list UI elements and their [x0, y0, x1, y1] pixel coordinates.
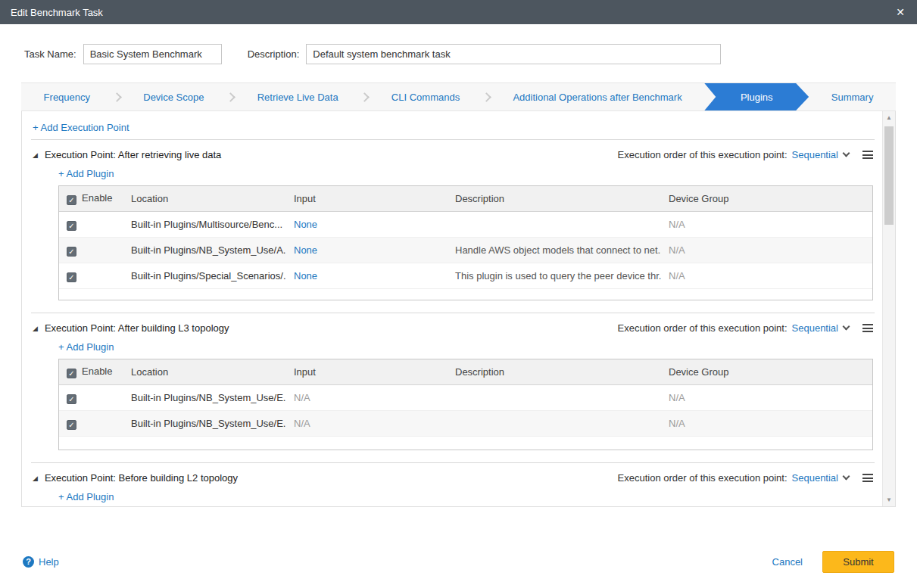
plugin-device-group: N/A	[661, 263, 872, 289]
add-plugin-link[interactable]: + Add Plugin	[58, 491, 114, 502]
plugin-device-group: N/A	[661, 411, 872, 437]
plugin-table: ✓Enable Location Input Description Devic…	[58, 185, 873, 300]
column-device-group: Device Group	[661, 186, 872, 212]
plugin-description	[448, 212, 661, 238]
submit-button[interactable]: Submit	[822, 551, 894, 573]
plugin-description: Handle AWS object models that connect to…	[448, 238, 661, 263]
plugin-input: N/A	[286, 411, 448, 437]
tab-frequency[interactable]: Frequency	[21, 83, 113, 110]
enable-cell: ✓	[59, 263, 123, 289]
column-enable: ✓Enable	[59, 359, 123, 385]
add-plugin-link[interactable]: + Add Plugin	[58, 168, 114, 179]
enable-checkbox[interactable]: ✓	[67, 221, 76, 231]
plugins-scroll-area: + Add Execution Point ◢ Execution Point:…	[22, 111, 882, 506]
collapse-triangle-icon[interactable]: ◢	[33, 151, 38, 159]
select-all-checkbox[interactable]: ✓	[67, 195, 76, 205]
help-label: Help	[39, 556, 59, 568]
wizard-tabs: FrequencyDevice ScopeRetrieve Live DataC…	[21, 82, 896, 111]
execution-order-dropdown[interactable]: Sequential	[792, 149, 838, 160]
tab-separator-chevron-icon	[482, 92, 491, 102]
cancel-button[interactable]: Cancel	[772, 556, 803, 568]
plugin-row: ✓Built-in Plugins/Multisource/Benc...Non…	[59, 212, 872, 238]
execution-point-section: ◢ Execution Point: After retrieving live…	[31, 139, 875, 300]
plugin-description	[448, 385, 661, 411]
vertical-scrollbar[interactable]: ▲ ▼	[882, 111, 895, 506]
plugin-row: ✓Built-in Plugins/NB_System_Use/E...N/AN…	[59, 385, 872, 411]
scrollbar-thumb[interactable]	[884, 126, 894, 225]
execution-points-list: ◢ Execution Point: After retrieving live…	[31, 139, 875, 506]
plugin-location: Built-in Plugins/NB_System_Use/A...	[123, 238, 286, 263]
close-icon[interactable]: ✕	[894, 5, 906, 19]
execution-order-controls: Execution order of this execution point:…	[618, 149, 873, 160]
description-label: Description:	[248, 48, 300, 60]
plugin-table-header: ✓Enable Location Input Description Devic…	[59, 359, 872, 385]
execution-order-dropdown[interactable]: Sequential	[792, 322, 838, 334]
execution-point-header: ◢ Execution Point: After retrieving live…	[31, 140, 875, 168]
plugins-panel: + Add Execution Point ◢ Execution Point:…	[21, 111, 896, 507]
plugin-table-header: ✓Enable Location Input Description Devic…	[59, 186, 872, 212]
plugin-table: ✓Enable Location Input Description Devic…	[58, 359, 873, 450]
column-input: Input	[286, 186, 448, 212]
execution-point-section: ◢ Execution Point: After building L3 top…	[31, 313, 875, 450]
column-description: Description	[448, 359, 661, 385]
dialog-footer: ? Help Cancel Submit	[0, 535, 917, 588]
collapse-triangle-icon[interactable]: ◢	[33, 474, 38, 482]
column-input: Input	[286, 359, 448, 385]
column-location: Location	[123, 359, 286, 385]
tab-additional-operations-after-benchmark[interactable]: Additional Operations after Benchmark	[491, 83, 705, 110]
tab-retrieve-live-data[interactable]: Retrieve Live Data	[235, 83, 360, 110]
column-enable: ✓Enable	[59, 186, 123, 212]
plugin-location: Built-in Plugins/NB_System_Use/E...	[123, 411, 286, 437]
scroll-down-icon[interactable]: ▼	[883, 493, 895, 506]
execution-order-dropdown[interactable]: Sequential	[792, 472, 838, 484]
enable-checkbox[interactable]: ✓	[67, 247, 76, 257]
tab-summary[interactable]: Summary	[809, 83, 896, 110]
footer-actions: Cancel Submit	[772, 551, 894, 573]
execution-order-controls: Execution order of this execution point:…	[618, 472, 873, 484]
menu-icon[interactable]	[862, 151, 873, 159]
menu-icon[interactable]	[862, 324, 873, 332]
execution-order-label: Execution order of this execution point:	[618, 149, 788, 160]
plugin-location: Built-in Plugins/Multisource/Benc...	[123, 212, 286, 238]
chevron-down-icon[interactable]	[843, 150, 850, 157]
description-input[interactable]	[306, 44, 721, 64]
plugin-input[interactable]: None	[286, 238, 448, 263]
add-plugin-link[interactable]: + Add Plugin	[58, 341, 114, 353]
execution-order-controls: Execution order of this execution point:…	[618, 322, 873, 334]
chevron-down-icon[interactable]	[843, 323, 850, 331]
plugin-row: ✓Built-in Plugins/NB_System_Use/A...None…	[59, 238, 872, 263]
plugin-input[interactable]: None	[286, 263, 448, 289]
tab-cli-commands[interactable]: CLI Commands	[369, 83, 482, 110]
menu-icon[interactable]	[862, 474, 873, 482]
column-device-group: Device Group	[661, 359, 872, 385]
enable-cell: ✓	[59, 238, 123, 263]
help-icon: ?	[23, 556, 34, 568]
enable-cell: ✓	[59, 385, 123, 411]
task-name-input[interactable]	[83, 44, 222, 64]
chevron-down-icon[interactable]	[843, 473, 850, 481]
enable-checkbox[interactable]: ✓	[67, 394, 76, 404]
task-form-row: Task Name: Description:	[24, 44, 896, 64]
execution-point-title: Execution Point: After retrieving live d…	[45, 149, 221, 160]
column-location: Location	[123, 186, 286, 212]
plugin-device-group: N/A	[661, 238, 872, 263]
execution-point-header: ◢ Execution Point: After building L3 top…	[31, 313, 875, 341]
plugin-description: This plugin is used to query the peer de…	[448, 263, 661, 289]
enable-checkbox[interactable]: ✓	[67, 420, 76, 430]
scroll-up-icon[interactable]: ▲	[883, 111, 895, 124]
tab-plugins[interactable]: Plugins	[704, 83, 809, 110]
enable-checkbox[interactable]: ✓	[67, 272, 76, 282]
execution-point-title: Execution Point: Before building L2 topo…	[45, 472, 238, 484]
plugin-row: ✓Built-in Plugins/Special_Scenarios/...N…	[59, 263, 872, 289]
plugin-location: Built-in Plugins/Special_Scenarios/...	[123, 263, 286, 289]
select-all-checkbox[interactable]: ✓	[67, 369, 76, 378]
plugin-input[interactable]: None	[286, 212, 448, 238]
task-name-label: Task Name:	[24, 48, 76, 60]
tab-device-scope[interactable]: Device Scope	[121, 83, 226, 110]
add-execution-point-link[interactable]: + Add Execution Point	[33, 122, 129, 133]
execution-point-title: Execution Point: After building L3 topol…	[45, 322, 229, 334]
plugin-input: N/A	[286, 385, 448, 411]
plugin-location: Built-in Plugins/NB_System_Use/E...	[123, 385, 286, 411]
collapse-triangle-icon[interactable]: ◢	[33, 325, 38, 332]
help-link[interactable]: ? Help	[23, 556, 59, 568]
